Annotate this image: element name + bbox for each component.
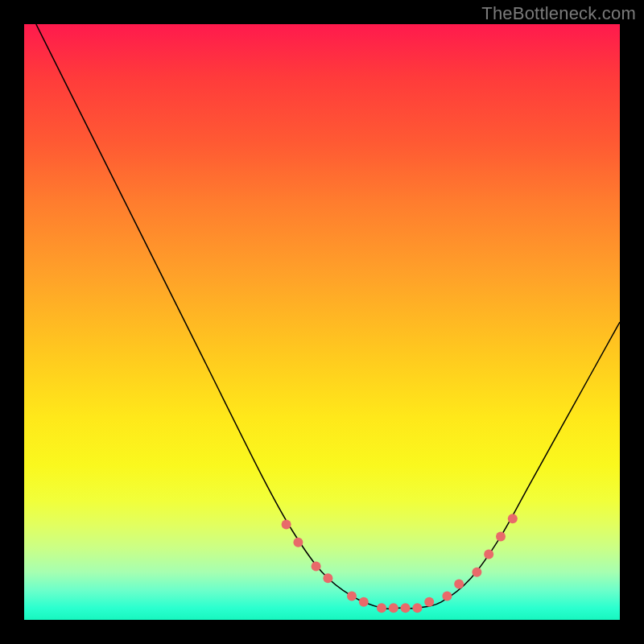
chart-frame: TheBottleneck.com [0, 0, 644, 644]
marker-dot [442, 591, 452, 601]
marker-dot [401, 603, 411, 613]
marker-dot [484, 550, 493, 559]
marker-dot [282, 520, 291, 530]
curve-svg [24, 24, 620, 620]
marker-dot [293, 538, 303, 547]
marker-dot [389, 603, 398, 613]
marker-dot [496, 531, 506, 541]
marker-group [282, 514, 518, 613]
marker-dot [412, 603, 422, 613]
marker-dot [454, 580, 464, 589]
plot-area [24, 24, 620, 620]
marker-dot [347, 591, 357, 601]
marker-dot [312, 561, 321, 571]
marker-dot [508, 514, 518, 523]
marker-dot [359, 597, 369, 607]
marker-dot [377, 603, 386, 613]
watermark-text: TheBottleneck.com [481, 3, 636, 24]
marker-dot [472, 568, 481, 577]
marker-dot [424, 597, 434, 607]
bottleneck-curve [36, 24, 620, 609]
marker-dot [323, 573, 332, 583]
